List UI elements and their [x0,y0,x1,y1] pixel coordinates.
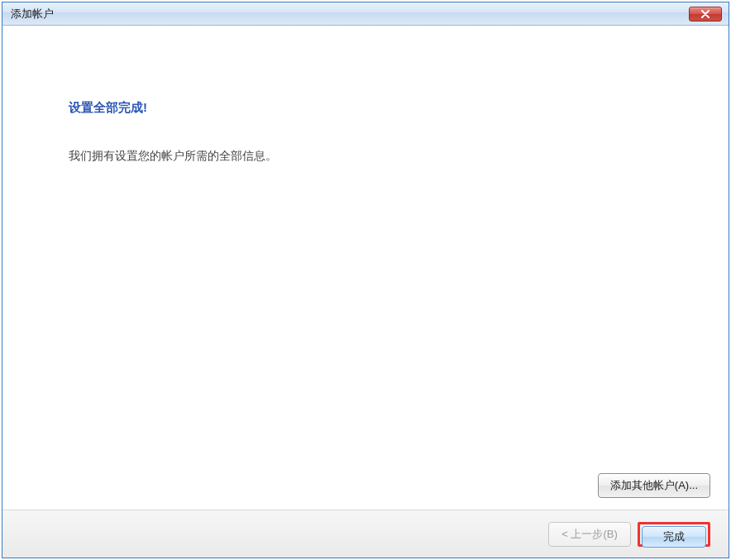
window-title: 添加帐户 [11,7,689,22]
close-icon [700,10,710,18]
finish-highlight: 完成 [638,522,710,547]
back-button: < 上一步(B) [548,522,631,547]
close-button[interactable] [689,7,722,22]
setup-complete-heading: 设置全部完成! [69,100,679,116]
add-other-account-button[interactable]: 添加其他帐户(A)... [598,473,710,498]
content-area: 设置全部完成! 我们拥有设置您的帐户所需的全部信息。 添加其他帐户(A)... [2,26,729,510]
finish-button[interactable]: 完成 [642,526,706,548]
setup-complete-body: 我们拥有设置您的帐户所需的全部信息。 [69,147,679,165]
dialog-footer: < 上一步(B) 完成 [2,510,729,558]
add-other-row: 添加其他帐户(A)... [598,473,710,498]
add-account-dialog: 添加帐户 设置全部完成! 我们拥有设置您的帐户所需的全部信息。 添加其他帐户(A… [2,2,729,558]
titlebar: 添加帐户 [2,2,729,26]
